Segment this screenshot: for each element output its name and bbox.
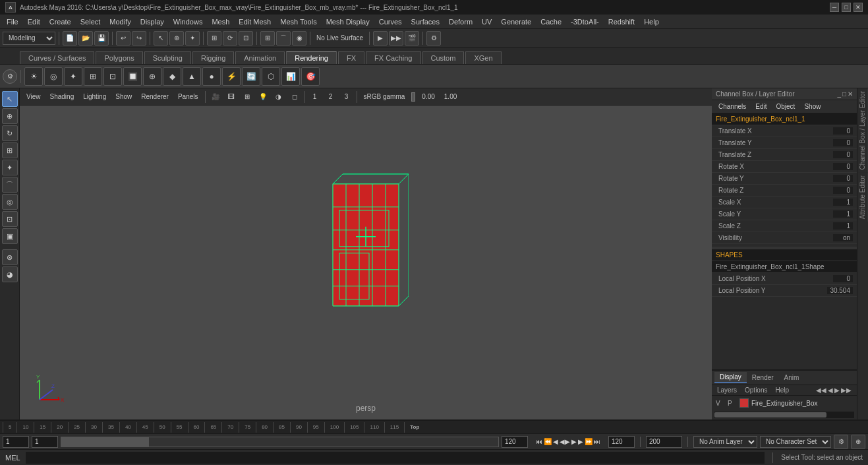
help-menu[interactable]: Help — [772, 386, 792, 394]
channel-box-side-tab[interactable]: Channel Box / Layer Editor — [857, 88, 868, 173]
shadow-icon[interactable]: ◑ — [272, 90, 286, 104]
undo-btn[interactable]: ↩ — [116, 31, 130, 46]
viewport-canvas[interactable]: persp X Y Z — [20, 106, 712, 419]
view-menu[interactable]: View — [22, 92, 45, 102]
scale-btn[interactable]: ⊡ — [239, 31, 253, 46]
show-menu-cb[interactable]: Show — [800, 102, 825, 111]
rotate-btn[interactable]: ⟳ — [223, 31, 237, 46]
display-2-btn[interactable]: 2 — [324, 90, 338, 104]
save-file-btn[interactable]: 💾 — [94, 31, 109, 46]
manip-tool-btn[interactable]: ✦ — [2, 160, 18, 175]
shelf-icon-9[interactable]: ▲ — [183, 67, 201, 86]
menu-deform[interactable]: Deform — [445, 16, 477, 27]
tab-curves-surfaces[interactable]: Curves / Surfaces — [20, 51, 94, 64]
render-btn[interactable]: ▶ — [373, 31, 388, 46]
shelf-icon-3[interactable]: ✦ — [64, 67, 82, 86]
close-button[interactable]: ✕ — [854, 3, 863, 12]
lasso-tool-btn[interactable]: ⌒ — [2, 177, 18, 193]
timeline-scrub[interactable] — [61, 437, 499, 447]
shelf-icon-8[interactable]: ◆ — [163, 67, 181, 86]
frame-current-input[interactable] — [32, 436, 58, 448]
layer-arr-1[interactable]: ◀◀ — [816, 387, 826, 394]
snap-point-btn[interactable]: ◉ — [292, 31, 306, 46]
scale-y-value[interactable]: 1 — [833, 210, 853, 218]
shelf-icon-14[interactable]: 📊 — [281, 67, 300, 86]
maximize-button[interactable]: □ — [842, 3, 851, 12]
cb-expand-btn[interactable]: □ — [842, 90, 846, 98]
shelf-icon-13[interactable]: ⬡ — [262, 67, 280, 86]
scale-tool-btn[interactable]: ⊞ — [2, 142, 18, 158]
rotate-y-value[interactable]: 0 — [833, 175, 853, 182]
shelf-icon-7[interactable]: ⊕ — [143, 67, 161, 86]
shelf-settings-btn[interactable]: ⚙ — [3, 69, 17, 84]
cb-close-btn[interactable]: ✕ — [848, 90, 853, 98]
tab-custom[interactable]: Custom — [422, 51, 465, 64]
tab-sculpting[interactable]: Sculpting — [144, 51, 191, 64]
scale-z-value[interactable]: 1 — [833, 222, 853, 230]
object-menu[interactable]: Object — [772, 102, 799, 111]
menu-surfaces[interactable]: Surfaces — [407, 16, 444, 27]
shelf-icon-1[interactable]: ☀ — [24, 67, 43, 86]
renderer-menu[interactable]: Renderer — [137, 92, 173, 102]
shelf-icon-2[interactable]: ◎ — [44, 67, 63, 86]
local-pos-y-value[interactable]: 30.504 — [827, 287, 853, 294]
tab-rigging[interactable]: Rigging — [192, 51, 234, 64]
scale-x-value[interactable]: 1 — [833, 199, 853, 206]
shelf-icon-11[interactable]: ⚡ — [222, 67, 241, 86]
translate-x-value[interactable]: 0 — [833, 127, 853, 135]
tab-display[interactable]: Display — [714, 372, 747, 383]
tab-render[interactable]: Render — [747, 373, 779, 383]
display-1-btn[interactable]: 1 — [308, 90, 322, 104]
visibility-value[interactable]: on — [833, 234, 853, 241]
mode-select[interactable]: Modeling — [3, 32, 55, 45]
anim-max-input[interactable] — [646, 436, 682, 448]
light-icon[interactable]: 💡 — [256, 90, 270, 104]
menu-mesh[interactable]: Mesh — [208, 16, 233, 27]
char-set-select[interactable]: No Character Set — [760, 436, 831, 448]
menu-uv[interactable]: UV — [478, 16, 496, 27]
tab-fx-caching[interactable]: FX Caching — [366, 51, 420, 64]
move-tool-btn[interactable]: ⊕ — [2, 108, 18, 124]
shading-menu[interactable]: Shading — [46, 92, 78, 102]
menu-curves[interactable]: Curves — [375, 16, 406, 27]
frame-end-input[interactable] — [502, 436, 528, 448]
edit-menu[interactable]: Edit — [751, 102, 770, 111]
redo-btn[interactable]: ↪ — [132, 31, 146, 46]
next-key-btn[interactable]: ⏩ — [585, 438, 593, 445]
grid-icon[interactable]: ⊞ — [240, 90, 254, 104]
lasso-btn[interactable]: ⊕ — [169, 31, 184, 46]
layers-menu[interactable]: Layers — [714, 386, 739, 394]
attribute-editor-side-tab[interactable]: Attribute Editor — [857, 173, 868, 222]
show-menu[interactable]: Show — [111, 92, 136, 102]
menu-mesh-tools[interactable]: Mesh Tools — [276, 16, 320, 27]
step-back-btn[interactable]: ⏮ — [536, 438, 542, 445]
next-frame-btn[interactable]: ▶ — [578, 438, 583, 445]
snap-toggle-btn[interactable]: ⊗ — [2, 249, 18, 265]
tab-polygons[interactable]: Polygons — [96, 51, 142, 64]
anim-layer-select[interactable]: No Anim Layer — [693, 436, 757, 448]
wireframe-icon[interactable]: ◻ — [287, 90, 302, 104]
anim-extra-btn[interactable]: ⊕ — [851, 435, 865, 449]
translate-z-value[interactable]: 0 — [833, 151, 853, 158]
translate-y-value[interactable]: 0 — [833, 139, 853, 146]
menu-create[interactable]: Create — [45, 16, 75, 27]
rotate-x-value[interactable]: 0 — [833, 163, 853, 170]
new-file-btn[interactable]: 📄 — [63, 31, 77, 46]
menu-mesh-display[interactable]: Mesh Display — [322, 16, 374, 27]
menu-windows[interactable]: Windows — [169, 16, 207, 27]
layer-arr-4[interactable]: ▶▶ — [841, 387, 852, 394]
render-seq-btn[interactable]: ▶▶ — [389, 31, 403, 46]
panels-menu[interactable]: Panels — [174, 92, 202, 102]
rotate-z-value[interactable]: 0 — [833, 187, 853, 194]
menu-edit-mesh[interactable]: Edit Mesh — [235, 16, 275, 27]
menu-file[interactable]: File — [3, 16, 22, 27]
layer-arr-3[interactable]: ▶ — [834, 387, 840, 394]
shelf-icon-6[interactable]: 🔲 — [123, 67, 142, 86]
shelf-icon-5[interactable]: ⊡ — [103, 67, 122, 86]
gamma-slider[interactable] — [411, 92, 415, 102]
tab-xgen[interactable]: XGen — [465, 51, 501, 64]
camera-icon[interactable]: 🎥 — [208, 90, 223, 104]
snap-grid-btn[interactable]: ⊞ — [260, 31, 275, 46]
local-pos-x-value[interactable]: 0 — [833, 275, 853, 282]
open-file-btn[interactable]: 📂 — [78, 31, 93, 46]
